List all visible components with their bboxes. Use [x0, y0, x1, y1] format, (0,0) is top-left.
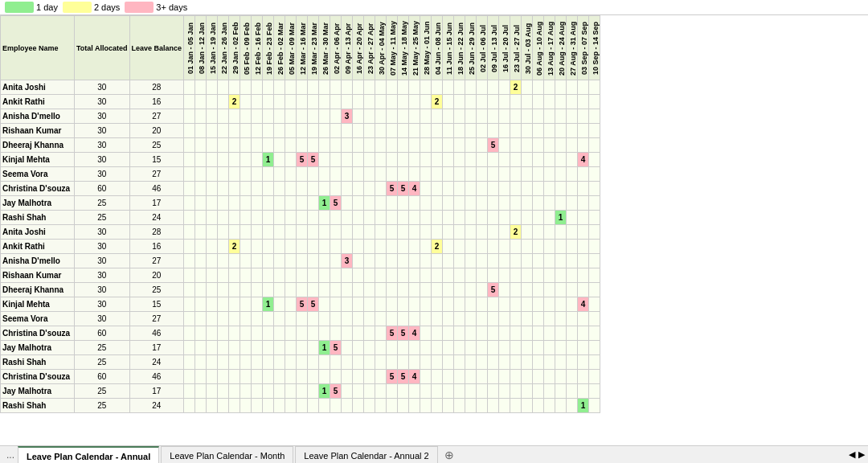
data-cell[interactable]: 4 [578, 297, 589, 312]
data-cell[interactable] [195, 182, 207, 196]
data-cell[interactable] [522, 182, 533, 196]
data-cell[interactable] [477, 254, 488, 268]
data-cell[interactable] [240, 138, 252, 153]
data-cell[interactable] [218, 312, 229, 326]
data-cell[interactable] [274, 297, 285, 312]
data-cell[interactable] [477, 95, 488, 109]
data-cell[interactable] [454, 182, 465, 196]
data-cell[interactable] [454, 326, 465, 341]
data-cell[interactable] [274, 341, 285, 355]
data-cell[interactable] [578, 341, 589, 355]
data-cell[interactable] [229, 399, 240, 413]
data-cell[interactable] [218, 153, 229, 167]
data-cell[interactable] [387, 312, 398, 326]
data-cell[interactable] [263, 211, 274, 225]
data-cell[interactable] [285, 341, 297, 355]
data-cell[interactable]: 4 [409, 370, 420, 384]
data-cell[interactable] [589, 355, 600, 370]
data-cell[interactable] [297, 384, 308, 399]
data-cell[interactable] [387, 268, 398, 283]
data-cell[interactable] [375, 254, 387, 268]
data-cell[interactable] [432, 138, 443, 153]
data-cell[interactable] [195, 355, 207, 370]
data-cell[interactable] [477, 182, 488, 196]
data-cell[interactable] [398, 95, 409, 109]
data-cell[interactable] [477, 196, 488, 211]
data-cell[interactable] [195, 109, 207, 124]
data-cell[interactable] [274, 124, 285, 138]
data-cell[interactable] [499, 370, 510, 384]
data-cell[interactable] [488, 384, 499, 399]
data-cell[interactable] [420, 240, 432, 254]
data-cell[interactable] [308, 399, 319, 413]
data-cell[interactable] [589, 399, 600, 413]
data-cell[interactable] [308, 341, 319, 355]
data-cell[interactable] [184, 312, 195, 326]
data-cell[interactable] [420, 80, 432, 95]
data-cell[interactable] [297, 124, 308, 138]
data-cell[interactable] [353, 268, 364, 283]
data-cell[interactable] [218, 384, 229, 399]
data-cell[interactable] [274, 370, 285, 384]
data-cell[interactable] [578, 384, 589, 399]
data-cell[interactable] [432, 167, 443, 182]
data-cell[interactable] [184, 268, 195, 283]
data-cell[interactable] [387, 297, 398, 312]
data-cell[interactable] [454, 240, 465, 254]
data-cell[interactable] [589, 167, 600, 182]
data-cell[interactable] [398, 196, 409, 211]
data-cell[interactable] [533, 80, 544, 95]
data-cell[interactable] [499, 124, 510, 138]
data-cell[interactable] [477, 268, 488, 283]
tab-nav-prev[interactable]: ... [3, 446, 18, 464]
data-cell[interactable] [499, 312, 510, 326]
data-cell[interactable] [319, 153, 330, 167]
data-cell[interactable] [398, 297, 409, 312]
data-cell[interactable] [297, 312, 308, 326]
data-cell[interactable] [252, 384, 263, 399]
data-cell[interactable] [510, 167, 522, 182]
data-cell[interactable] [375, 196, 387, 211]
data-cell[interactable] [499, 138, 510, 153]
data-cell[interactable] [465, 341, 477, 355]
data-cell[interactable]: 5 [398, 182, 409, 196]
data-cell[interactable] [589, 182, 600, 196]
data-cell[interactable] [443, 297, 454, 312]
data-cell[interactable] [375, 399, 387, 413]
data-cell[interactable] [387, 341, 398, 355]
data-cell[interactable] [477, 109, 488, 124]
data-cell[interactable] [218, 138, 229, 153]
data-cell[interactable] [263, 384, 274, 399]
data-cell[interactable] [218, 355, 229, 370]
data-cell[interactable] [432, 225, 443, 240]
data-cell[interactable] [409, 312, 420, 326]
data-cell[interactable] [263, 80, 274, 95]
data-cell[interactable] [319, 211, 330, 225]
data-cell[interactable] [263, 225, 274, 240]
data-cell[interactable] [420, 355, 432, 370]
data-cell[interactable] [252, 182, 263, 196]
data-cell[interactable] [229, 312, 240, 326]
data-cell[interactable] [353, 80, 364, 95]
data-cell[interactable] [297, 95, 308, 109]
data-cell[interactable] [420, 268, 432, 283]
data-cell[interactable] [420, 384, 432, 399]
data-cell[interactable] [522, 355, 533, 370]
data-cell[interactable] [285, 297, 297, 312]
data-cell[interactable] [533, 312, 544, 326]
data-cell[interactable] [465, 254, 477, 268]
data-cell[interactable] [454, 297, 465, 312]
data-cell[interactable] [488, 182, 499, 196]
data-cell[interactable] [364, 341, 375, 355]
data-cell[interactable] [387, 196, 398, 211]
data-cell[interactable] [477, 370, 488, 384]
data-cell[interactable] [454, 283, 465, 297]
data-cell[interactable] [319, 399, 330, 413]
data-cell[interactable] [195, 211, 207, 225]
data-cell[interactable] [387, 240, 398, 254]
data-cell[interactable] [342, 341, 353, 355]
data-cell[interactable] [353, 384, 364, 399]
data-cell[interactable] [364, 124, 375, 138]
data-cell[interactable] [499, 196, 510, 211]
data-cell[interactable] [420, 312, 432, 326]
